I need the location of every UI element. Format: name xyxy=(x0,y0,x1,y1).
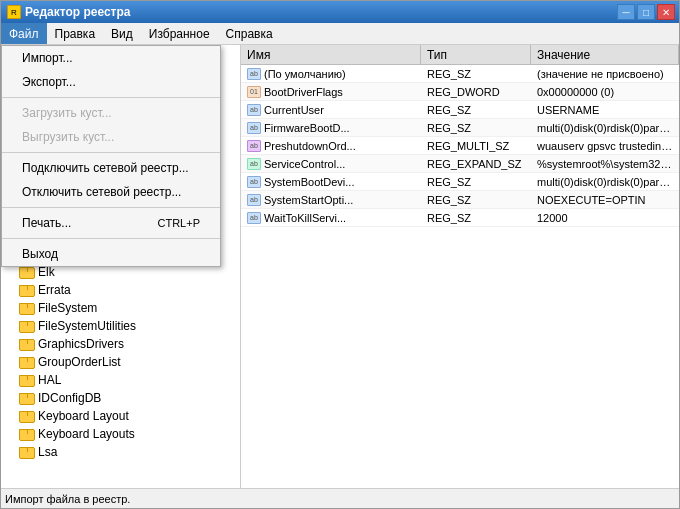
header-value: Значение xyxy=(531,45,679,64)
table-row[interactable]: ab SystemStartOpti... REG_SZ NOEXECUTE=O… xyxy=(241,191,679,209)
folder-icon-elk xyxy=(19,265,35,279)
tree-item-hal[interactable]: HAL xyxy=(1,371,240,389)
tree-label-idconfigdb: IDConfigDB xyxy=(38,391,101,405)
tree-item-lsa[interactable]: Lsa xyxy=(1,443,240,461)
menu-help[interactable]: Справка xyxy=(218,23,281,44)
close-button[interactable]: ✕ xyxy=(657,4,675,20)
cell-type-r6: REG_EXPAND_SZ xyxy=(421,157,531,171)
cell-value-r8: NOEXECUTE=OPTIN xyxy=(531,193,679,207)
main-content: Импорт... Экспорт... Загрузить куст... В… xyxy=(1,45,679,488)
menu-file[interactable]: Файл xyxy=(1,23,47,44)
reg-icon-r7: ab xyxy=(247,176,261,188)
menu-bar: Файл Правка Вид Избранное Справка xyxy=(1,23,679,45)
tree-label-graphicsdrivers: GraphicsDrivers xyxy=(38,337,124,351)
title-controls: ─ □ ✕ xyxy=(617,4,675,20)
menu-item-connect[interactable]: Подключить сетевой реестр... xyxy=(2,156,220,180)
cell-value-r3: USERNAME xyxy=(531,103,679,117)
tree-item-idconfigdb[interactable]: IDConfigDB xyxy=(1,389,240,407)
table-body: ab (По умолчанию) REG_SZ (значение не пр… xyxy=(241,65,679,488)
restore-button[interactable]: □ xyxy=(637,4,655,20)
table-row[interactable]: ab PreshutdownOrd... REG_MULTI_SZ wuause… xyxy=(241,137,679,155)
title-bar: R Редактор реестра ─ □ ✕ xyxy=(1,1,679,23)
tree-label-fsutil: FileSystemUtilities xyxy=(38,319,136,333)
cell-type-r1: REG_SZ xyxy=(421,67,531,81)
table-row[interactable]: ab FirmwareBootD... REG_SZ multi(0)disk(… xyxy=(241,119,679,137)
menu-item-export[interactable]: Экспорт... xyxy=(2,70,220,94)
tree-label-keyboard: Keyboard Layout xyxy=(38,409,129,423)
reg-icon-r6: ab xyxy=(247,158,261,170)
separator-1 xyxy=(2,97,220,98)
table-row[interactable]: 01 BootDriverFlags REG_DWORD 0x00000000 … xyxy=(241,83,679,101)
cell-name-r7: ab SystemBootDevi... xyxy=(241,175,421,189)
cell-name-r9: ab WaitToKillServi... xyxy=(241,211,421,225)
table-row[interactable]: ab (По умолчанию) REG_SZ (значение не пр… xyxy=(241,65,679,83)
cell-value-r1: (значение не присвоено) xyxy=(531,67,679,81)
cell-type-r8: REG_SZ xyxy=(421,193,531,207)
folder-icon-keyboards xyxy=(19,427,35,441)
table-row[interactable]: ab ServiceControl... REG_EXPAND_SZ %syst… xyxy=(241,155,679,173)
reg-icon-r4: ab xyxy=(247,122,261,134)
folder-icon-keyboard xyxy=(19,409,35,423)
cell-type-r2: REG_DWORD xyxy=(421,85,531,99)
folder-icon-errata xyxy=(19,283,35,297)
tree-item-keyboard[interactable]: Keyboard Layout xyxy=(1,407,240,425)
menu-view[interactable]: Вид xyxy=(103,23,141,44)
cell-type-r5: REG_MULTI_SZ xyxy=(421,139,531,153)
tree-item-graphicsdrivers[interactable]: GraphicsDrivers xyxy=(1,335,240,353)
table-row[interactable]: ab WaitToKillServi... REG_SZ 12000 xyxy=(241,209,679,227)
menu-item-exit[interactable]: Выход xyxy=(2,242,220,266)
tree-label-lsa: Lsa xyxy=(38,445,57,459)
title-bar-left: R Редактор реестра xyxy=(7,5,130,19)
folder-icon-hal xyxy=(19,373,35,387)
cell-value-r2: 0x00000000 (0) xyxy=(531,85,679,99)
cell-type-r4: REG_SZ xyxy=(421,121,531,135)
cell-value-r6: %systemroot%\system32\scsext.dll xyxy=(531,157,679,171)
cell-name-r8: ab SystemStartOpti... xyxy=(241,193,421,207)
menu-item-import[interactable]: Импорт... xyxy=(2,46,220,70)
tree-label-elk: Elk xyxy=(38,265,55,279)
menu-item-unload: Выгрузить куст... xyxy=(2,125,220,149)
minimize-button[interactable]: ─ xyxy=(617,4,635,20)
tree-item-errata[interactable]: Errata xyxy=(1,281,240,299)
tree-item-fsutil[interactable]: FileSystemUtilities xyxy=(1,317,240,335)
menu-favorites[interactable]: Избранное xyxy=(141,23,218,44)
status-text: Импорт файла в реестр. xyxy=(5,493,130,505)
cell-value-r5: wuauserv gpsvс trustedinstaller xyxy=(531,139,679,153)
tree-label-errata: Errata xyxy=(38,283,71,297)
reg-icon-r1: ab xyxy=(247,68,261,80)
cell-name-r2: 01 BootDriverFlags xyxy=(241,85,421,99)
folder-icon-filesystem xyxy=(19,301,35,315)
reg-icon-r2: 01 xyxy=(247,86,261,98)
tree-item-grouporder[interactable]: GroupOrderList xyxy=(1,353,240,371)
menu-edit[interactable]: Правка xyxy=(47,23,104,44)
reg-icon-r8: ab xyxy=(247,194,261,206)
tree-label-filesystem: FileSystem xyxy=(38,301,97,315)
cell-type-r9: REG_SZ xyxy=(421,211,531,225)
reg-icon-r9: ab xyxy=(247,212,261,224)
reg-icon-r3: ab xyxy=(247,104,261,116)
window-title: Редактор реестра xyxy=(25,5,130,19)
header-type: Тип xyxy=(421,45,531,64)
tree-item-keyboards[interactable]: Keyboard Layouts xyxy=(1,425,240,443)
folder-icon-graphicsdrivers xyxy=(19,337,35,351)
tree-label-keyboards: Keyboard Layouts xyxy=(38,427,135,441)
cell-value-r7: multi(0)disk(0)rdisk(0)partition(2) xyxy=(531,175,679,189)
dropdown-panel: Импорт... Экспорт... Загрузить куст... В… xyxy=(1,45,221,267)
table-row[interactable]: ab CurrentUser REG_SZ USERNAME xyxy=(241,101,679,119)
menu-item-print[interactable]: Печать... CTRL+P xyxy=(2,211,220,235)
cell-name-r5: ab PreshutdownOrd... xyxy=(241,139,421,153)
cell-value-r9: 12000 xyxy=(531,211,679,225)
cell-value-r4: multi(0)disk(0)rdisk(0)partition(1) xyxy=(531,121,679,135)
folder-icon-fsutil xyxy=(19,319,35,333)
menu-item-load: Загрузить куст... xyxy=(2,101,220,125)
table-row[interactable]: ab SystemBootDevi... REG_SZ multi(0)disk… xyxy=(241,173,679,191)
cell-name-r3: ab CurrentUser xyxy=(241,103,421,117)
table-header: Имя Тип Значение xyxy=(241,45,679,65)
tree-label-hal: HAL xyxy=(38,373,61,387)
menu-item-disconnect[interactable]: Отключить сетевой реестр... xyxy=(2,180,220,204)
separator-2 xyxy=(2,152,220,153)
tree-item-filesystem[interactable]: FileSystem xyxy=(1,299,240,317)
separator-4 xyxy=(2,238,220,239)
file-dropdown-menu: Импорт... Экспорт... Загрузить куст... В… xyxy=(1,45,221,267)
tree-label-grouporder: GroupOrderList xyxy=(38,355,121,369)
